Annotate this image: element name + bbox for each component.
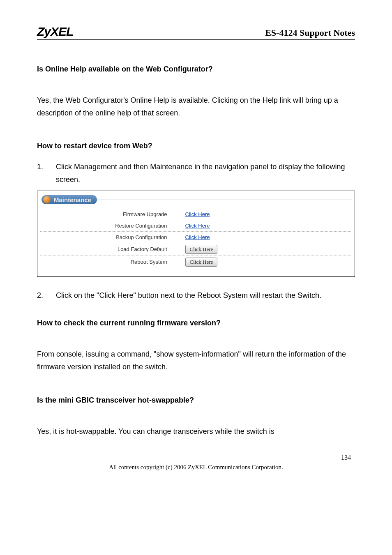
table-row: Firmware Upgrade Click Here (40, 208, 352, 220)
faq-answer-firmware-version: From console, issuing a command, "show s… (37, 348, 355, 373)
load-factory-default-button[interactable]: Click Here (185, 245, 218, 254)
maintenance-table: Firmware Upgrade Click Here Restore Conf… (40, 208, 352, 268)
row-label: Load Factory Default (40, 243, 184, 256)
restart-steps-list-cont: 2. Click on the "Click Here" button next… (37, 289, 355, 302)
table-row: Backup Configuration Click Here (40, 231, 352, 243)
list-number: 2. (37, 289, 43, 302)
page-footer: 134 All contents copyright (c) 2006 ZyXE… (37, 454, 355, 471)
panel-title-pill: Maintenance (42, 195, 97, 204)
firmware-upgrade-link[interactable]: Click Here (185, 211, 210, 217)
panel-title-divider (96, 200, 352, 200)
reboot-system-button[interactable]: Click Here (185, 258, 218, 267)
list-number: 1. (37, 161, 43, 173)
backup-configuration-link[interactable]: Click Here (185, 234, 210, 240)
restart-steps-list: 1. Click Management and then Maintenance… (37, 161, 355, 186)
faq-question-gbic: Is the mini GBIC transceiver hot-swappab… (37, 396, 355, 405)
table-row: Load Factory Default Click Here (40, 243, 352, 256)
list-text: Click on the "Click Here" button next to… (56, 291, 321, 299)
document-title: ES-4124 Support Notes (265, 28, 355, 38)
restart-step-1: 1. Click Management and then Maintenance… (37, 161, 355, 186)
brand-logo: ZyXEL (37, 25, 73, 39)
orb-icon (43, 196, 51, 203)
table-row: Reboot System Click Here (40, 256, 352, 268)
restart-step-2: 2. Click on the "Click Here" button next… (37, 289, 355, 302)
copyright-text: All contents copyright (c) 2006 ZyXEL Co… (37, 464, 355, 471)
faq-question-firmware-version: How to check the current running firmwar… (37, 319, 355, 327)
panel-title-text: Maintenance (54, 196, 91, 203)
faq-question-online-help: Is Online Help available on the Web Conf… (37, 65, 355, 74)
page-number: 134 (37, 454, 355, 461)
row-label: Firmware Upgrade (40, 208, 184, 220)
row-label: Reboot System (40, 256, 184, 268)
table-row: Restore Configuration Click Here (40, 220, 352, 231)
list-text: Click Management and then Maintenance in… (56, 163, 345, 184)
faq-question-restart: How to restart device from Web? (37, 142, 355, 150)
maintenance-screenshot: Maintenance Firmware Upgrade Click Here … (37, 191, 355, 277)
page-header: ZyXEL ES-4124 Support Notes (37, 25, 355, 40)
restore-configuration-link[interactable]: Click Here (185, 223, 210, 229)
faq-answer-gbic: Yes, it is hot-swappable. You can change… (37, 425, 355, 438)
row-label: Backup Configuration (40, 231, 184, 243)
faq-answer-online-help: Yes, the Web Configurator's Online Help … (37, 94, 355, 119)
row-label: Restore Configuration (40, 220, 184, 231)
